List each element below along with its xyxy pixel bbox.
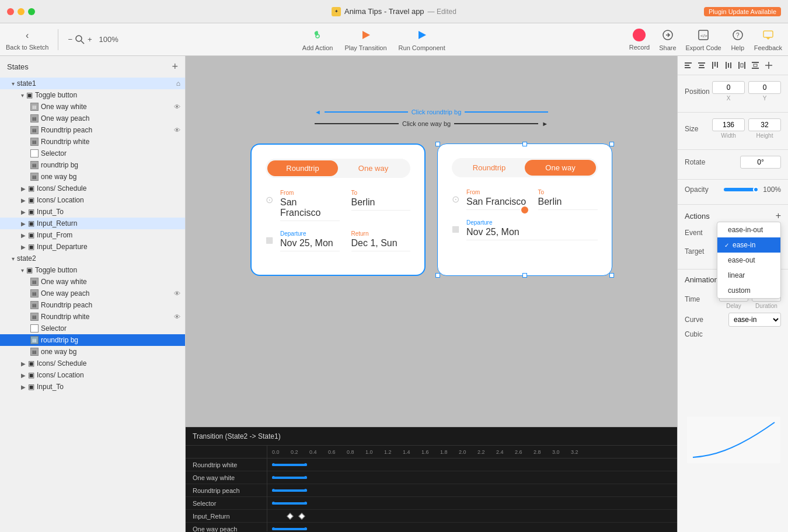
layer-roundtrip-peach-s1[interactable]: ▤ Roundtrip peach 👁 (0, 124, 185, 136)
zoom-in-icon[interactable]: + (88, 35, 92, 44)
layer-roundtrip-peach-s2[interactable]: ▤ Roundtrip peach (0, 299, 185, 311)
eye-icon[interactable]: 👁 (174, 103, 180, 110)
toggle-button-folder-state2[interactable]: ▾ ▣ Toggle button (0, 264, 185, 276)
layer-selector-s1[interactable]: Selector (0, 148, 185, 159)
layer-one-way-white-s2[interactable]: ▤ One way white (0, 276, 185, 288)
height-input[interactable] (748, 118, 781, 131)
icons-schedule-folder-s1[interactable]: ▶ ▣ Icons/ Schedule (0, 183, 185, 194)
align-center-button[interactable] (696, 60, 707, 71)
layer-roundtrip-white-s1[interactable]: ▤ Roundtrip white (0, 136, 185, 148)
target-label: Target (685, 247, 704, 256)
width-input[interactable] (712, 118, 745, 131)
state1-header[interactable]: ▾ state1 ⌂ (0, 78, 185, 89)
oneway-btn-card1[interactable]: One way (338, 160, 409, 176)
tl-one-way-white: One way white (186, 471, 267, 484)
pivot-handle[interactable] (520, 205, 529, 215)
share-button[interactable]: Share (659, 28, 676, 51)
help-button[interactable]: ? Help (731, 28, 745, 51)
layer-one-way-peach-s1[interactable]: ▤ One way peach (0, 113, 185, 124)
align-middle-button[interactable] (723, 60, 734, 71)
ruler-mark: 1.4 (403, 449, 421, 455)
card1-location-row: ⊙ From San Francisco To Berlin (266, 190, 410, 221)
input-departure-folder-s1[interactable]: ▶ ▣ Input_Departure (0, 241, 185, 253)
add-state-button[interactable]: + (172, 61, 178, 73)
location-icon: ⊙ (266, 194, 273, 205)
dropdown-linear[interactable]: linear (717, 268, 780, 283)
minimize-button[interactable] (18, 8, 25, 15)
dropdown-ease-out[interactable]: ease-out (717, 253, 780, 268)
state2-header[interactable]: ▾ state2 (0, 253, 185, 264)
to-value: Berlin (351, 197, 411, 211)
icons-schedule-folder-s2[interactable]: ▶ ▣ Icons/ Schedule (0, 358, 185, 369)
icons-location-folder-s2[interactable]: ▶ ▣ Icons/ Location (0, 369, 185, 381)
window-controls[interactable] (7, 8, 35, 15)
input-to-folder-s1[interactable]: ▶ ▣ Input_To (0, 206, 185, 218)
close-button[interactable] (7, 8, 14, 15)
layer-label: Roundtrip white (41, 138, 89, 146)
curve-chart (685, 414, 781, 467)
opacity-section: Opacity 100% (678, 180, 788, 205)
ruler-mark: 0.2 (291, 449, 309, 455)
timeline-labels: Roundtrip white One way white Roundtrip … (186, 446, 267, 531)
dropdown-ease-in-out[interactable]: ease-in-out (717, 222, 780, 237)
layer-selector-s2[interactable]: Selector (0, 323, 185, 334)
layer-one-way-bg-s1[interactable]: ▤ one way bg (0, 171, 185, 183)
eye-icon[interactable]: 👁 (174, 127, 180, 134)
card2-fields: From San Francisco To Berlin (466, 189, 598, 210)
pin-button[interactable] (763, 60, 775, 71)
input-return-folder-s1[interactable]: ▶ ▣ Input_Return (0, 218, 185, 229)
eye-icon[interactable]: 👁 (174, 290, 180, 297)
run-component-button[interactable]: Run Component (399, 28, 445, 51)
layer-roundtrip-bg-s1[interactable]: ▤ roundtrip bg (0, 159, 185, 171)
align-left-button[interactable] (682, 60, 694, 71)
input-to-folder-s2[interactable]: ▶ ▣ Input_To (0, 381, 185, 393)
add-action-icon[interactable]: + (776, 211, 781, 221)
layer-roundtrip-bg-s2[interactable]: ▤ roundtrip bg (0, 334, 185, 346)
folder-label: Icons/ Location (37, 371, 84, 379)
opacity-slider[interactable] (724, 188, 759, 191)
curve-label: Curve (685, 316, 703, 324)
toggle-button-folder-state1[interactable]: ▾ ▣ Toggle button (0, 89, 185, 101)
chevron-right-icon: ▶ (21, 232, 26, 239)
ruler-mark: 1.2 (384, 449, 403, 455)
opacity-thumb[interactable] (753, 187, 759, 192)
roundtrip-btn-card1[interactable]: Roundtrip (267, 160, 338, 176)
input-from-folder-s1[interactable]: ▶ ▣ Input_From (0, 229, 185, 241)
layer-icon: ▤ (30, 126, 39, 134)
plugin-update-badge[interactable]: Plugin Update Available (704, 8, 781, 16)
layer-one-way-white-s1[interactable]: ▤ One way white 👁 (0, 101, 185, 113)
dropdown-custom[interactable]: custom (717, 283, 780, 298)
layer-icon: ▤ (30, 103, 39, 111)
toolbar: ‹ Back to Sketch − + 100% Add Action Pla… (0, 23, 788, 56)
play-transition-button[interactable]: Play Transition (344, 28, 386, 51)
curve-select[interactable]: ease-in (728, 313, 781, 327)
dist-horiz-button[interactable] (736, 60, 748, 71)
align-top-button[interactable] (709, 60, 721, 71)
record-button[interactable]: Record (629, 29, 650, 51)
eye-icon[interactable]: 👁 (174, 313, 180, 320)
anima-icon: ✦ (332, 7, 341, 16)
zoom-controls[interactable]: − + (68, 34, 92, 45)
calendar-icon: ▦ (452, 224, 459, 233)
dist-vert-button[interactable] (749, 60, 761, 71)
oneway-btn-card2[interactable]: One way (525, 160, 596, 176)
back-to-sketch-button[interactable]: ‹ Back to Sketch (6, 29, 48, 51)
y-input[interactable] (748, 81, 781, 94)
dropdown-ease-in[interactable]: ✓ ease-in (717, 237, 780, 253)
roundtrip-btn-card2[interactable]: Roundtrip (454, 160, 525, 176)
card2-from-field: From San Francisco (466, 189, 527, 210)
rotate-input[interactable] (740, 156, 781, 169)
x-input[interactable] (712, 81, 745, 94)
icons-location-folder-s1[interactable]: ▶ ▣ Icons/ Location (0, 194, 185, 206)
layer-one-way-peach-s2[interactable]: ▤ One way peach 👁 (0, 288, 185, 299)
feedback-button[interactable]: Feedback (754, 28, 782, 51)
position-row: Position X Y (685, 81, 781, 102)
layer-roundtrip-white-s2[interactable]: ▤ Roundtrip white 👁 (0, 311, 185, 323)
maximize-button[interactable] (28, 8, 35, 15)
position-section: Position X Y (678, 75, 788, 113)
layer-one-way-bg-s2[interactable]: ▤ one way bg (0, 346, 185, 358)
export-code-button[interactable]: </> Export Code (686, 28, 721, 51)
zoom-out-icon[interactable]: − (68, 35, 72, 44)
right-panel: Position X Y Size (677, 56, 788, 532)
add-action-button[interactable]: Add Action (302, 28, 333, 51)
